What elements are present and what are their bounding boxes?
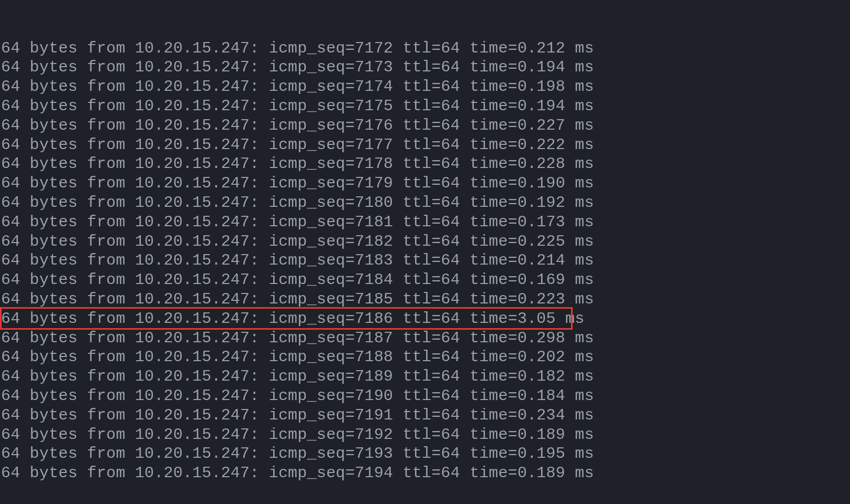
ping-line-text: 64 bytes from 10.20.15.247: icmp_seq=717… bbox=[1, 174, 594, 193]
ping-line-text: 64 bytes from 10.20.15.247: icmp_seq=717… bbox=[1, 116, 594, 135]
ping-line-text: 64 bytes from 10.20.15.247: icmp_seq=719… bbox=[1, 444, 594, 464]
ping-line-text: 64 bytes from 10.20.15.247: icmp_seq=718… bbox=[1, 329, 594, 348]
ping-line: 64 bytes from 10.20.15.247: icmp_seq=717… bbox=[0, 174, 850, 193]
ping-line: 64 bytes from 10.20.15.247: icmp_seq=717… bbox=[0, 77, 850, 97]
ping-line: 64 bytes from 10.20.15.247: icmp_seq=717… bbox=[0, 97, 850, 116]
ping-line-text: 64 bytes from 10.20.15.247: icmp_seq=718… bbox=[1, 232, 594, 251]
ping-line: 64 bytes from 10.20.15.247: icmp_seq=718… bbox=[0, 309, 850, 329]
ping-line-text: 64 bytes from 10.20.15.247: icmp_seq=719… bbox=[1, 386, 594, 406]
ping-line-text: 64 bytes from 10.20.15.247: icmp_seq=718… bbox=[1, 367, 594, 386]
ping-line: 64 bytes from 10.20.15.247: icmp_seq=718… bbox=[0, 232, 850, 251]
ping-line: 64 bytes from 10.20.15.247: icmp_seq=717… bbox=[0, 58, 850, 77]
ping-line: 64 bytes from 10.20.15.247: icmp_seq=718… bbox=[0, 290, 850, 309]
ping-line: 64 bytes from 10.20.15.247: icmp_seq=717… bbox=[0, 154, 850, 174]
ping-line: 64 bytes from 10.20.15.247: icmp_seq=719… bbox=[0, 464, 850, 483]
ping-line: 64 bytes from 10.20.15.247: icmp_seq=719… bbox=[0, 425, 850, 445]
ping-line-text: 64 bytes from 10.20.15.247: icmp_seq=717… bbox=[1, 58, 594, 77]
ping-line: 64 bytes from 10.20.15.247: icmp_seq=718… bbox=[0, 193, 850, 213]
ping-line-text: 64 bytes from 10.20.15.247: icmp_seq=717… bbox=[1, 97, 594, 116]
ping-line-text: 64 bytes from 10.20.15.247: icmp_seq=717… bbox=[1, 77, 594, 97]
ping-line: 64 bytes from 10.20.15.247: icmp_seq=719… bbox=[0, 406, 850, 425]
ping-line: 64 bytes from 10.20.15.247: icmp_seq=718… bbox=[0, 270, 850, 290]
ping-line: 64 bytes from 10.20.15.247: icmp_seq=719… bbox=[0, 386, 850, 406]
ping-line-text: 64 bytes from 10.20.15.247: icmp_seq=718… bbox=[1, 290, 594, 309]
ping-line-text: 64 bytes from 10.20.15.247: icmp_seq=718… bbox=[1, 270, 594, 290]
ping-line-text: 64 bytes from 10.20.15.247: icmp_seq=718… bbox=[1, 193, 594, 213]
ping-line: 64 bytes from 10.20.15.247: icmp_seq=719… bbox=[0, 444, 850, 464]
ping-line-text: 64 bytes from 10.20.15.247: icmp_seq=719… bbox=[1, 425, 594, 445]
ping-line: 64 bytes from 10.20.15.247: icmp_seq=717… bbox=[0, 39, 850, 58]
ping-line: 64 bytes from 10.20.15.247: icmp_seq=718… bbox=[0, 329, 850, 348]
terminal-output[interactable]: 64 bytes from 10.20.15.247: icmp_seq=717… bbox=[0, 0, 850, 502]
ping-line-text: 64 bytes from 10.20.15.247: icmp_seq=717… bbox=[1, 135, 594, 155]
ping-line-text: 64 bytes from 10.20.15.247: icmp_seq=717… bbox=[1, 39, 594, 58]
ping-line-text: 64 bytes from 10.20.15.247: icmp_seq=719… bbox=[1, 464, 594, 483]
ping-line: 64 bytes from 10.20.15.247: icmp_seq=718… bbox=[0, 367, 850, 386]
ping-line: 64 bytes from 10.20.15.247: icmp_seq=718… bbox=[0, 251, 850, 270]
ping-line: 64 bytes from 10.20.15.247: icmp_seq=718… bbox=[0, 348, 850, 367]
ping-line: 64 bytes from 10.20.15.247: icmp_seq=718… bbox=[0, 213, 850, 232]
ping-line: 64 bytes from 10.20.15.247: icmp_seq=717… bbox=[0, 116, 850, 135]
ping-line: 64 bytes from 10.20.15.247: icmp_seq=717… bbox=[0, 135, 850, 155]
ping-line-text: 64 bytes from 10.20.15.247: icmp_seq=719… bbox=[1, 406, 594, 425]
ping-line-text: 64 bytes from 10.20.15.247: icmp_seq=718… bbox=[1, 213, 594, 232]
ping-line-text: 64 bytes from 10.20.15.247: icmp_seq=718… bbox=[1, 251, 594, 270]
ping-line-text: 64 bytes from 10.20.15.247: icmp_seq=718… bbox=[1, 348, 594, 367]
ping-line-text: 64 bytes from 10.20.15.247: icmp_seq=718… bbox=[1, 309, 584, 329]
ping-line-text: 64 bytes from 10.20.15.247: icmp_seq=717… bbox=[1, 154, 594, 174]
